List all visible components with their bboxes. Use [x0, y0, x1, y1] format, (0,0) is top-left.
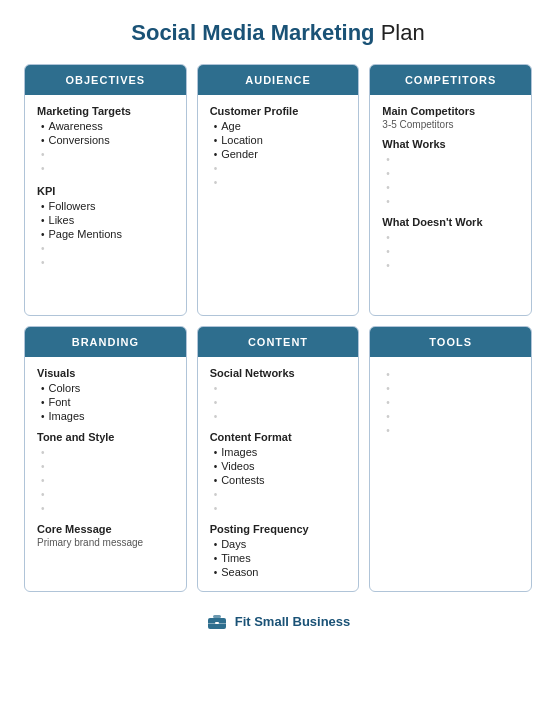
list-item	[41, 473, 174, 487]
list-item: Conversions	[41, 133, 174, 147]
competitors-header: COMPETITORS	[370, 65, 531, 95]
list-item: Age	[214, 119, 347, 133]
list-item: Awareness	[41, 119, 174, 133]
list-item	[41, 161, 174, 175]
list-item	[386, 381, 519, 395]
list-item	[41, 459, 174, 473]
list-item: Season	[214, 565, 347, 579]
list-item	[386, 423, 519, 437]
branding-body: Visuals Colors Font Images Tone and Styl…	[25, 357, 186, 577]
list-item	[214, 501, 347, 515]
list-item	[214, 395, 347, 409]
competitors-main-title: Main Competitors	[382, 105, 519, 117]
audience-card: AUDIENCE Customer Profile Age Location G…	[197, 64, 360, 316]
list-item	[386, 180, 519, 194]
list-item	[386, 166, 519, 180]
list-item: Colors	[41, 381, 174, 395]
tools-list	[382, 367, 519, 437]
content-format-title: Content Format	[210, 431, 347, 443]
list-item: Followers	[41, 199, 174, 213]
objectives-marketing-list: Awareness Conversions	[37, 119, 174, 175]
branding-tone-title: Tone and Style	[37, 431, 174, 443]
branding-visuals-title: Visuals	[37, 367, 174, 379]
top-grid: OBJECTIVES Marketing Targets Awareness C…	[24, 64, 532, 316]
list-item	[386, 244, 519, 258]
list-item	[41, 501, 174, 515]
branding-core-title: Core Message	[37, 523, 174, 535]
list-item: Gender	[214, 147, 347, 161]
list-item	[214, 161, 347, 175]
list-item: Videos	[214, 459, 347, 473]
competitors-doesnt-title: What Doesn't Work	[382, 216, 519, 228]
competitors-works-list	[382, 152, 519, 208]
tools-card: TOOLS	[369, 326, 532, 592]
branding-core-label: Primary brand message	[37, 537, 174, 548]
footer-brand: Fit Small Business	[235, 614, 351, 629]
svg-rect-1	[213, 615, 221, 618]
objectives-header: OBJECTIVES	[25, 65, 186, 95]
competitors-card: COMPETITORS Main Competitors 3-5 Competi…	[369, 64, 532, 316]
branding-header: BRANDING	[25, 327, 186, 357]
content-body: Social Networks Content Format Images Vi…	[198, 357, 359, 591]
list-item	[214, 487, 347, 501]
list-item: Days	[214, 537, 347, 551]
page-title: Social Media Marketing Plan	[24, 20, 532, 46]
list-item: Contests	[214, 473, 347, 487]
content-card: CONTENT Social Networks Content Format I…	[197, 326, 360, 592]
list-item	[386, 230, 519, 244]
list-item: Times	[214, 551, 347, 565]
list-item: Font	[41, 395, 174, 409]
list-item	[214, 381, 347, 395]
list-item	[386, 409, 519, 423]
list-item: Images	[214, 445, 347, 459]
objectives-kpi-list: Followers Likes Page Mentions	[37, 199, 174, 269]
audience-body: Customer Profile Age Location Gender	[198, 95, 359, 315]
footer: Fit Small Business	[24, 610, 532, 632]
tools-body	[370, 357, 531, 577]
audience-profile-list: Age Location Gender	[210, 119, 347, 189]
list-item	[386, 395, 519, 409]
objectives-body: Marketing Targets Awareness Conversions …	[25, 95, 186, 315]
bottom-grid: BRANDING Visuals Colors Font Images Tone…	[24, 326, 532, 592]
list-item: Page Mentions	[41, 227, 174, 241]
svg-rect-3	[215, 622, 219, 624]
competitors-body: Main Competitors 3-5 Competitors What Wo…	[370, 95, 531, 315]
list-item: Location	[214, 133, 347, 147]
list-item	[386, 258, 519, 272]
list-item	[41, 487, 174, 501]
list-item	[41, 445, 174, 459]
objectives-marketing-title: Marketing Targets	[37, 105, 174, 117]
list-item	[41, 241, 174, 255]
list-item	[386, 367, 519, 381]
competitors-doesnt-list	[382, 230, 519, 272]
branding-visuals-list: Colors Font Images	[37, 381, 174, 423]
content-frequency-title: Posting Frequency	[210, 523, 347, 535]
objectives-kpi-title: KPI	[37, 185, 174, 197]
list-item	[214, 409, 347, 423]
content-frequency-list: Days Times Season	[210, 537, 347, 579]
content-networks-title: Social Networks	[210, 367, 347, 379]
list-item	[386, 152, 519, 166]
content-networks-list	[210, 381, 347, 423]
audience-profile-title: Customer Profile	[210, 105, 347, 117]
tools-header: TOOLS	[370, 327, 531, 357]
competitors-works-title: What Works	[382, 138, 519, 150]
competitors-sublabel: 3-5 Competitors	[382, 119, 519, 130]
list-item: Images	[41, 409, 174, 423]
audience-header: AUDIENCE	[198, 65, 359, 95]
list-item	[386, 194, 519, 208]
objectives-card: OBJECTIVES Marketing Targets Awareness C…	[24, 64, 187, 316]
list-item: Likes	[41, 213, 174, 227]
content-header: CONTENT	[198, 327, 359, 357]
content-format-list: Images Videos Contests	[210, 445, 347, 515]
branding-tone-list	[37, 445, 174, 515]
briefcase-icon	[206, 610, 228, 632]
list-item	[41, 255, 174, 269]
branding-card: BRANDING Visuals Colors Font Images Tone…	[24, 326, 187, 592]
list-item	[41, 147, 174, 161]
list-item	[214, 175, 347, 189]
